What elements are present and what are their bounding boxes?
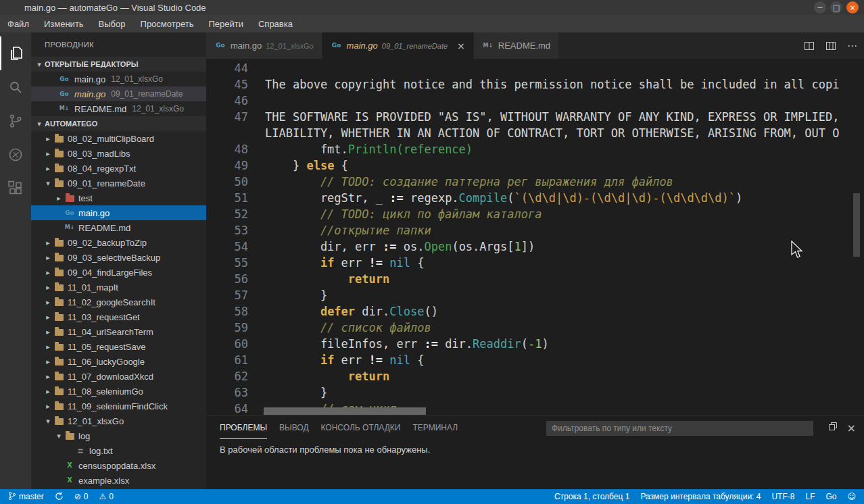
- close-icon[interactable]: ×: [457, 41, 465, 51]
- code-line[interactable]: 53 //открытие папки: [206, 222, 864, 238]
- panel-tab-output[interactable]: ВЫВОД: [279, 416, 308, 439]
- project-header[interactable]: ▾ AUTOMATEGO: [31, 116, 206, 131]
- open-editor-item[interactable]: Gomain.go09_01_renameDate: [31, 86, 206, 101]
- horizontal-scrollbar[interactable]: [264, 407, 426, 415]
- code-line[interactable]: LIABILITY, WHETHER IN AN ACTION OF CONTR…: [206, 125, 864, 141]
- open-editor-item[interactable]: Gomain.go12_01_xlsxGo: [31, 72, 206, 86]
- code-line[interactable]: 45The above copyright notice and this pe…: [206, 76, 864, 93]
- tree-item-label: censuspopdata.xlsx: [78, 461, 155, 471]
- vertical-scrollbar[interactable]: [853, 193, 860, 257]
- tree-item[interactable]: ▸08_04_regexpTxt: [31, 161, 206, 176]
- menu-go[interactable]: Перейти: [201, 15, 251, 32]
- tree-item[interactable]: ▸11_03_requestGet: [31, 309, 206, 324]
- code-line[interactable]: 48 fmt.Println(reference): [206, 141, 864, 157]
- tree-item[interactable]: ▸11_02_googleSearchIt: [31, 295, 206, 309]
- tree-item[interactable]: Xcensuspopdata.xlsx: [31, 458, 206, 473]
- code-line[interactable]: 63 }: [206, 384, 864, 401]
- extensions-icon[interactable]: [0, 172, 31, 205]
- encoding[interactable]: UTF-8: [766, 489, 800, 504]
- folder-icon: [53, 386, 65, 397]
- line-number: 53: [206, 222, 248, 238]
- warning-count[interactable]: ⚠0: [93, 489, 118, 504]
- code-line[interactable]: 49 } else {: [206, 157, 864, 174]
- menu-help[interactable]: Справка: [251, 15, 300, 32]
- code-line[interactable]: 44: [206, 60, 864, 76]
- open-editor-item[interactable]: M↓README.md12_01_xlsxGo: [31, 101, 206, 116]
- chevron-right-icon: ▸: [43, 372, 53, 381]
- search-icon[interactable]: [0, 70, 31, 104]
- code-line[interactable]: 46: [206, 93, 864, 109]
- code-line[interactable]: 47THE SOFTWARE IS PROVIDED "AS IS", WITH…: [206, 109, 864, 125]
- tree-item[interactable]: ▸11_05_requestSave: [31, 339, 206, 354]
- panel-tab-terminal[interactable]: ТЕРМИНАЛ: [412, 416, 458, 439]
- tree-item[interactable]: ▸11_04_urlSearchTerm: [31, 324, 206, 339]
- debug-icon[interactable]: [0, 138, 31, 172]
- tree-item[interactable]: ▸11_08_seleniumGo: [31, 384, 206, 399]
- line-number: 55: [206, 255, 248, 271]
- editor-tab[interactable]: M↓README.md: [474, 32, 559, 59]
- tree-item[interactable]: ≡log.txt: [31, 443, 206, 458]
- code-line[interactable]: 61 if err != nil {: [206, 352, 864, 368]
- code-line[interactable]: 58 defer dir.Close(): [206, 303, 864, 320]
- editor-tab[interactable]: Gomain.go09_01_renameDate×: [322, 32, 474, 59]
- open-editors-header[interactable]: ▾ ОТКРЫТЫЕ РЕДАКТОРЫ: [31, 57, 206, 72]
- code-line[interactable]: 57 }: [206, 287, 864, 303]
- panel-close-icon[interactable]: ×: [847, 422, 856, 434]
- code-line[interactable]: 59 // список файлов: [206, 320, 864, 336]
- language-mode[interactable]: Go: [820, 489, 842, 504]
- editor-tab[interactable]: Gomain.go12_01_xlsxGo: [206, 32, 322, 59]
- tree-item[interactable]: ▾log: [31, 428, 206, 443]
- source-control-icon[interactable]: [0, 104, 31, 138]
- panel-restore-icon[interactable]: [828, 422, 838, 434]
- tree-item[interactable]: ▸09_04_findLargeFiles: [31, 265, 206, 280]
- go-icon: Go: [58, 89, 70, 99]
- title-bar[interactable]: main.go — automateGo — Visual Studio Cod…: [0, 0, 864, 15]
- code-line[interactable]: 60 fileInfos, err := dir.Readdir(-1): [206, 336, 864, 352]
- menu-file[interactable]: Файл: [0, 15, 37, 32]
- panel-tab-debug-console[interactable]: КОНСОЛЬ ОТЛАДКИ: [321, 416, 401, 439]
- tree-item[interactable]: ▸11_01_mapIt: [31, 280, 206, 295]
- git-branch-status[interactable]: master: [3, 489, 49, 504]
- layout-icon[interactable]: [825, 41, 836, 51]
- problems-filter-input[interactable]: [546, 421, 813, 436]
- more-actions-icon[interactable]: ⋯: [847, 40, 857, 52]
- maximize-button[interactable]: □: [830, 1, 842, 14]
- menu-view[interactable]: Просмотреть: [133, 15, 201, 32]
- menu-edit[interactable]: Изменить: [37, 15, 91, 32]
- error-count[interactable]: ⊘0: [69, 489, 94, 504]
- sync-button[interactable]: [49, 489, 69, 504]
- minimize-button[interactable]: −: [814, 1, 826, 14]
- cursor-position[interactable]: Строка 1, столбец 1: [549, 489, 635, 504]
- panel-tab-problems[interactable]: ПРОБЛЕМЫ: [220, 416, 267, 439]
- tree-item[interactable]: ▸09_03_selectiveBackup: [31, 250, 206, 265]
- tree-item-label: 12_01_xlsxGo: [68, 416, 124, 426]
- tree-item[interactable]: M↓README.md: [31, 220, 206, 235]
- code-line[interactable]: 56 return: [206, 271, 864, 287]
- code-line[interactable]: 55 if err != nil {: [206, 255, 864, 271]
- code-line[interactable]: 54 dir, err := os.Open(os.Args[1]): [206, 238, 864, 255]
- split-editor-icon[interactable]: [804, 41, 815, 51]
- tree-item[interactable]: ▾12_01_xlsxGo: [31, 413, 206, 428]
- close-button[interactable]: ×: [846, 1, 859, 14]
- explorer-icon[interactable]: [0, 36, 31, 70]
- eol[interactable]: LF: [800, 489, 820, 504]
- tree-item[interactable]: ▾09_01_renameDate: [31, 176, 206, 191]
- tree-item[interactable]: ▸08_02_multiClipBoard: [31, 131, 206, 146]
- code-editor[interactable]: 4445The above copyright notice and this …: [206, 59, 864, 415]
- tree-item[interactable]: Xexample.xlsx: [31, 473, 206, 488]
- tree-item[interactable]: ▸11_06_luckyGoogle: [31, 354, 206, 369]
- tree-item[interactable]: ▸08_03_madLibs: [31, 146, 206, 161]
- feedback[interactable]: ☺: [842, 489, 861, 504]
- menu-selection[interactable]: Выбор: [91, 15, 133, 32]
- code-line[interactable]: 52 // TODO: цикл по файлам каталога: [206, 206, 864, 222]
- tree-item[interactable]: ▸11_09_seleniumFindClick: [31, 399, 206, 413]
- tree-item[interactable]: Gomain.go: [31, 205, 206, 220]
- code-line[interactable]: 50 // TODO: создание паттерна рег выраже…: [206, 174, 864, 190]
- code-line[interactable]: 62 return: [206, 368, 864, 384]
- tree-item[interactable]: ▸09_02_backupToZip: [31, 235, 206, 250]
- tree-item[interactable]: ▸test: [31, 191, 206, 205]
- tab-size[interactable]: Размер интервала табуляции: 4: [635, 489, 766, 504]
- code-line[interactable]: 51 regStr, _ := regexp.Compile(`(\d\d|\d…: [206, 190, 864, 206]
- tree-item[interactable]: ▸11_07_downloadXkcd: [31, 369, 206, 384]
- chevron-right-icon: ▸: [43, 268, 53, 277]
